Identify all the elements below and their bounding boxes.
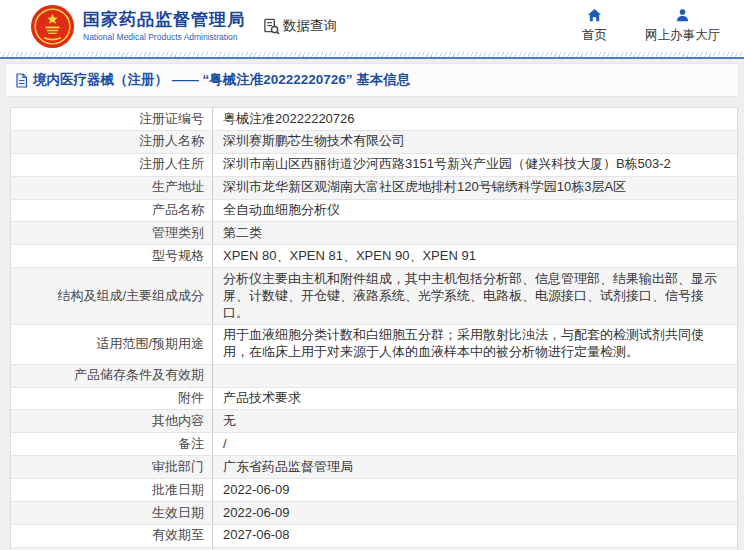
row-value: 2022-06-09: [212, 502, 737, 524]
brand: 国家药品监督管理局 National Medical Products Admi…: [30, 4, 245, 49]
row-value: 深圳市南山区西丽街道沙河西路3151号新兴产业园（健兴科技大厦）B栋503-2: [212, 154, 737, 176]
table-row: 附件产品技术要求: [11, 388, 737, 411]
table-row: 产品储存条件及有效期: [11, 365, 737, 388]
row-value: 用于血液细胞分类计数和白细胞五分群；采用散射比浊法，与配套的检测试剂共同使用，在…: [212, 325, 737, 364]
row-label-text: 批准日期: [152, 482, 204, 499]
brand-text: 国家药品监督管理局 National Medical Products Admi…: [83, 10, 245, 41]
row-label-text: 注册证编号: [139, 111, 204, 128]
row-label-text: 生效日期: [152, 505, 204, 522]
table-row: 有效期至2027-06-08: [11, 525, 737, 548]
row-label: 管理类别: [11, 222, 212, 244]
table-row: 管理类别第二类: [11, 222, 737, 245]
nav-home[interactable]: 首页: [582, 8, 607, 44]
row-value: XPEN 80、XPEN 81、XPEN 90、XPEN 91: [212, 245, 737, 267]
nav-service-hall[interactable]: 网上办事大厅: [645, 8, 720, 44]
row-value: 2027-06-08: [212, 525, 737, 547]
registration-info-table: 注册证编号粤械注准20222220726注册人名称深圳赛斯鹏芯生物技术有限公司注…: [10, 107, 738, 550]
user-icon: [675, 8, 690, 23]
row-label-text: 注册人名称: [139, 133, 204, 150]
nav-hall-label: 网上办事大厅: [645, 27, 720, 44]
row-label: 生效日期: [11, 502, 212, 524]
row-value: 广东省药品监督管理局: [212, 456, 737, 478]
top-nav: 首页 网上办事大厅: [582, 8, 720, 44]
table-row: 注册人名称深圳赛斯鹏芯生物技术有限公司: [11, 131, 737, 154]
row-value: 2022-06-09: [212, 479, 737, 501]
table-row: 型号规格XPEN 80、XPEN 81、XPEN 90、XPEN 91: [11, 245, 737, 268]
row-label: 其他内容: [11, 410, 212, 432]
row-value: 产品技术要求: [212, 388, 737, 410]
row-value: 第二类: [212, 222, 737, 244]
row-label-text: 备注: [178, 436, 204, 453]
table-row: 备注/: [11, 433, 737, 456]
site-title: 国家药品监督管理局: [83, 10, 245, 30]
data-query-link[interactable]: 数据查询: [263, 17, 337, 35]
page-root: 国家药品监督管理局 National Medical Products Admi…: [0, 0, 744, 550]
row-value: 深圳市龙华新区观湖南大富社区虎地排村120号锦绣科学园10栋3层A区: [212, 177, 737, 199]
row-label: 备注: [11, 433, 212, 455]
file-icon: [15, 73, 28, 88]
row-label: 注册人名称: [11, 131, 212, 153]
site-subtitle: National Medical Products Administration: [83, 32, 245, 42]
row-label: 注册人住所: [11, 154, 212, 176]
row-label: 产品储存条件及有效期: [11, 365, 212, 387]
breadcrumb-text: 境内医疗器械（注册） —— “粤械注准20222220726” 基本信息: [33, 71, 410, 89]
row-label: 审批部门: [11, 456, 212, 478]
table-row: 适用范围/预期用途用于血液细胞分类计数和白细胞五分群；采用散射比浊法，与配套的检…: [11, 325, 737, 365]
row-label: 生产地址: [11, 177, 212, 199]
row-label-text: 审批部门: [152, 459, 204, 476]
row-label: 型号规格: [11, 245, 212, 267]
row-label-text: 型号规格: [152, 248, 204, 265]
table-row: 产品名称全自动血细胞分析仪: [11, 200, 737, 223]
home-icon: [587, 8, 602, 23]
table-row: 注册证编号粤械注准20222220726: [11, 108, 737, 131]
table-row: 结构及组成/主要组成成分分析仪主要由主机和附件组成，其中主机包括分析部、信息管理…: [11, 268, 737, 325]
row-value: 无: [212, 410, 737, 432]
table-row: 批准日期2022-06-09: [11, 479, 737, 502]
row-value: 分析仪主要由主机和附件组成，其中主机包括分析部、信息管理部、结果输出部、显示屏、…: [212, 268, 737, 324]
nav-home-label: 首页: [582, 27, 607, 44]
row-label: 有效期至: [11, 525, 212, 547]
row-value: 粤械注准20222220726: [212, 108, 737, 130]
row-label-text: 管理类别: [152, 225, 204, 242]
table-row: 生产地址深圳市龙华新区观湖南大富社区虎地排村120号锦绣科学园10栋3层A区: [11, 177, 737, 200]
breadcrumb: 境内医疗器械（注册） —— “粤械注准20222220726” 基本信息: [5, 63, 739, 97]
table-row: 其他内容无: [11, 410, 737, 433]
row-label: 批准日期: [11, 479, 212, 501]
row-label: 注册证编号: [11, 108, 212, 130]
row-label-text: 产品名称: [152, 202, 204, 219]
row-label-text: 有效期至: [152, 527, 204, 544]
row-label-text: 产品储存条件及有效期: [74, 367, 204, 384]
row-label: 附件: [11, 388, 212, 410]
row-value: /: [212, 433, 737, 455]
row-label: 适用范围/预期用途: [11, 325, 212, 364]
row-label: 结构及组成/主要组成成分: [11, 268, 212, 324]
row-label: 产品名称: [11, 200, 212, 222]
row-label-text: 适用范围/预期用途: [96, 336, 204, 353]
table-row: 审批部门广东省药品监督管理局: [11, 456, 737, 479]
table-row: 生效日期2022-06-09: [11, 502, 737, 525]
row-value: 全自动血细胞分析仪: [212, 200, 737, 222]
decorative-blue-line: [0, 57, 744, 59]
row-label-text: 注册人住所: [139, 156, 204, 173]
row-label-text: 其他内容: [152, 413, 204, 430]
row-label-text: 生产地址: [152, 179, 204, 196]
header: 国家药品监督管理局 National Medical Products Admi…: [0, 0, 744, 52]
row-value: [212, 365, 737, 387]
row-label-text: 结构及组成/主要组成成分: [57, 288, 204, 305]
data-query-label: 数据查询: [283, 17, 337, 35]
row-label-text: 附件: [178, 390, 204, 407]
table-row: 注册人住所深圳市南山区西丽街道沙河西路3151号新兴产业园（健兴科技大厦）B栋5…: [11, 154, 737, 177]
national-emblem-logo: [30, 4, 75, 49]
document-search-icon: [263, 18, 280, 35]
row-value: 深圳赛斯鹏芯生物技术有限公司: [212, 131, 737, 153]
